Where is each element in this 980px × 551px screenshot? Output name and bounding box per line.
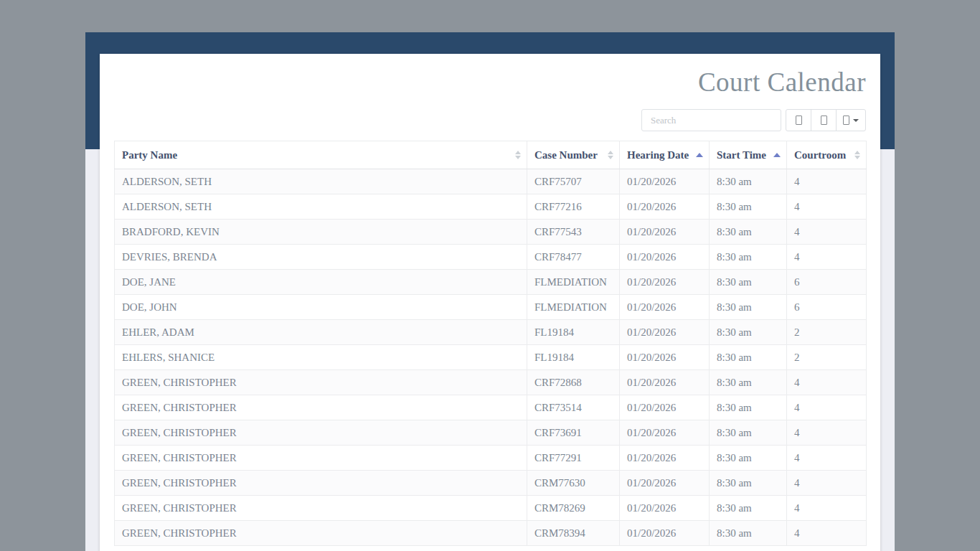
cell-courtroom: 6: [787, 295, 867, 320]
cell-party-name: GREEN, CHRISTOPHER: [115, 521, 527, 546]
cell-party-name: DOE, JOHN: [115, 295, 527, 320]
cell-start-time: 8:30 am: [710, 446, 787, 471]
cell-courtroom: 4: [787, 245, 867, 270]
sort-ascending-icon: [773, 153, 781, 157]
cell-hearing-date: 01/20/2026: [620, 395, 710, 420]
table-row: ALDERSON, SETHCRF7721601/20/20268:30 am4: [115, 194, 867, 220]
columns-button[interactable]: [836, 109, 866, 131]
cell-party-name: GREEN, CHRISTOPHER: [115, 471, 527, 496]
cell-hearing-date: 01/20/2026: [620, 496, 710, 521]
table-toolbar: [114, 109, 866, 131]
column-header-start-time[interactable]: Start Time: [710, 141, 787, 169]
cell-party-name: DOE, JANE: [115, 270, 527, 295]
cell-case-number: CRF77216: [527, 194, 620, 220]
cell-hearing-date: 01/20/2026: [620, 345, 710, 370]
table-body: ALDERSON, SETHCRF7570701/20/20268:30 am4…: [115, 169, 867, 546]
table-row: ALDERSON, SETHCRF7570701/20/20268:30 am4: [115, 169, 867, 194]
cell-party-name: GREEN, CHRISTOPHER: [115, 496, 527, 521]
page-title: Court Calendar: [114, 64, 866, 101]
cell-party-name: GREEN, CHRISTOPHER: [115, 370, 527, 395]
cell-start-time: 8:30 am: [710, 320, 787, 345]
cell-case-number: CRF77291: [527, 446, 620, 471]
cell-courtroom: 4: [787, 420, 867, 446]
cell-case-number: CRM78269: [527, 496, 620, 521]
cell-courtroom: 4: [787, 169, 867, 194]
search-input[interactable]: [641, 109, 781, 131]
cell-hearing-date: 01/20/2026: [620, 245, 710, 270]
column-header-courtroom[interactable]: Courtroom: [787, 141, 867, 169]
cell-case-number: FLMEDIATION: [527, 270, 620, 295]
cell-hearing-date: 01/20/2026: [620, 220, 710, 245]
caret-down-icon: [853, 119, 859, 122]
table-row: DOE, JOHNFLMEDIATION01/20/20268:30 am6: [115, 295, 867, 320]
cell-start-time: 8:30 am: [710, 220, 787, 245]
sort-both-icon: [608, 151, 613, 159]
cell-courtroom: 4: [787, 370, 867, 395]
cell-case-number: FL19184: [527, 345, 620, 370]
cell-start-time: 8:30 am: [710, 496, 787, 521]
cell-party-name: GREEN, CHRISTOPHER: [115, 420, 527, 446]
placeholder-glyph-icon: [821, 116, 827, 125]
table-row: GREEN, CHRISTOPHERCRF7286801/20/20268:30…: [115, 370, 867, 395]
cell-party-name: EHLER, ADAM: [115, 320, 527, 345]
cell-hearing-date: 01/20/2026: [620, 521, 710, 546]
cell-hearing-date: 01/20/2026: [620, 471, 710, 496]
sort-both-icon: [854, 151, 860, 159]
cell-case-number: CRM78394: [527, 521, 620, 546]
cell-start-time: 8:30 am: [710, 420, 787, 446]
cell-party-name: GREEN, CHRISTOPHER: [115, 395, 527, 420]
column-label: Case Number: [534, 149, 598, 161]
cell-courtroom: 4: [787, 446, 867, 471]
cell-start-time: 8:30 am: [710, 471, 787, 496]
column-label: Party Name: [122, 149, 177, 161]
cell-party-name: ALDERSON, SETH: [115, 194, 527, 220]
cell-case-number: CRF77543: [527, 220, 620, 245]
cell-hearing-date: 01/20/2026: [620, 420, 710, 446]
cell-case-number: CRF72868: [527, 370, 620, 395]
table-row: DOE, JANEFLMEDIATION01/20/20268:30 am6: [115, 270, 867, 295]
cell-start-time: 8:30 am: [710, 345, 787, 370]
cell-courtroom: 2: [787, 320, 867, 345]
column-header-hearing-date[interactable]: Hearing Date: [620, 141, 710, 169]
cell-courtroom: 4: [787, 220, 867, 245]
cell-case-number: CRF73691: [527, 420, 620, 446]
cell-party-name: EHLERS, SHANICE: [115, 345, 527, 370]
table-row: DEVRIES, BRENDACRF7847701/20/20268:30 am…: [115, 245, 867, 270]
table-row: BRADFORD, KEVINCRF7754301/20/20268:30 am…: [115, 220, 867, 245]
column-header-party-name[interactable]: Party Name: [115, 141, 527, 169]
cell-courtroom: 4: [787, 194, 867, 220]
cell-start-time: 8:30 am: [710, 395, 787, 420]
cell-party-name: DEVRIES, BRENDA: [115, 245, 527, 270]
cell-case-number: CRF78477: [527, 245, 620, 270]
cell-courtroom: 4: [787, 471, 867, 496]
cell-courtroom: 2: [787, 345, 867, 370]
toggle-view-button[interactable]: [811, 109, 837, 131]
column-label: Hearing Date: [627, 149, 689, 161]
column-header-case-number[interactable]: Case Number: [527, 141, 620, 169]
cell-party-name: ALDERSON, SETH: [115, 169, 527, 194]
cell-case-number: FLMEDIATION: [527, 295, 620, 320]
column-label: Courtroom: [794, 149, 846, 161]
cell-start-time: 8:30 am: [710, 245, 787, 270]
cell-hearing-date: 01/20/2026: [620, 446, 710, 471]
sort-both-icon: [515, 151, 521, 159]
table-row: GREEN, CHRISTOPHERCRM7826901/20/20268:30…: [115, 496, 867, 521]
table-header-row: Party NameCase NumberHearing DateStart T…: [115, 141, 867, 169]
cell-hearing-date: 01/20/2026: [620, 320, 710, 345]
cell-hearing-date: 01/20/2026: [620, 370, 710, 395]
cell-start-time: 8:30 am: [710, 370, 787, 395]
cell-hearing-date: 01/20/2026: [620, 194, 710, 220]
placeholder-glyph-icon: [843, 116, 849, 125]
cell-case-number: CRF73514: [527, 395, 620, 420]
cell-courtroom: 4: [787, 395, 867, 420]
cell-case-number: CRM77630: [527, 471, 620, 496]
refresh-button[interactable]: [786, 109, 811, 131]
cell-party-name: GREEN, CHRISTOPHER: [115, 446, 527, 471]
sort-ascending-icon: [696, 153, 703, 157]
cell-case-number: CRF75707: [527, 169, 620, 194]
toolbar-button-group: [786, 109, 866, 131]
cell-start-time: 8:30 am: [710, 521, 787, 546]
cell-case-number: FL19184: [527, 320, 620, 345]
table-row: GREEN, CHRISTOPHERCRM7763001/20/20268:30…: [115, 471, 867, 496]
column-label: Start Time: [717, 149, 766, 161]
